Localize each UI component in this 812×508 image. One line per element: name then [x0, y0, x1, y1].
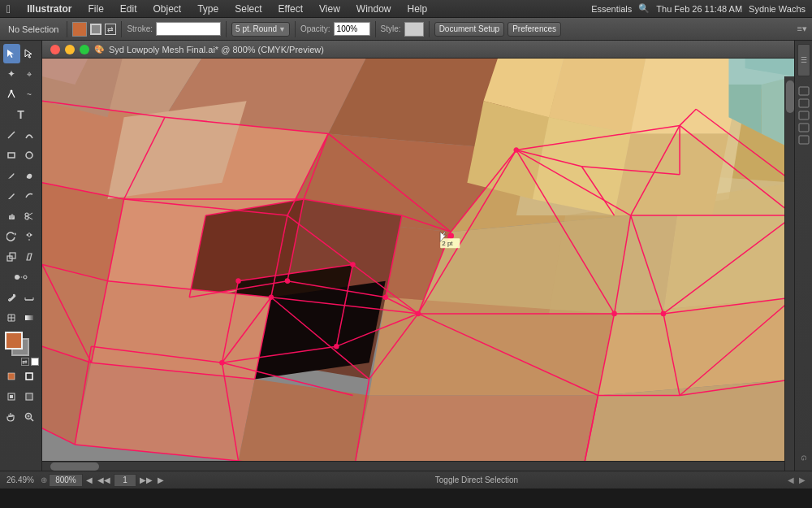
pencil-tool[interactable]: [3, 186, 20, 206]
mesh-tool[interactable]: [3, 308, 20, 328]
blob-brush-tool[interactable]: [21, 166, 38, 185]
arc-tool[interactable]: [21, 125, 38, 145]
help-menu[interactable]: Help: [404, 2, 431, 15]
svg-marker-80: [615, 133, 729, 215]
eraser-tools: [3, 206, 39, 226]
canvas-area: 🎨 Syd Lowpoly Mesh Final.ai* @ 800% (CMY…: [42, 41, 794, 471]
essentials-dropdown[interactable]: Essentials: [591, 4, 632, 14]
canvas-content[interactable]: 2 pt: [42, 59, 794, 471]
status-right-arrow-left[interactable]: ◀: [788, 475, 794, 484]
hand-tool[interactable]: [3, 407, 20, 427]
panels-collapse-btn[interactable]: ☰: [797, 44, 810, 76]
svg-point-0: [11, 90, 13, 93]
eyedropper-tools: [3, 288, 39, 307]
color-swatches-area: ⇄: [3, 332, 39, 366]
svg-marker-10: [15, 232, 16, 236]
toolbar-divider-3: [226, 21, 227, 37]
window-minimize-btn[interactable]: [65, 45, 75, 54]
scissors-tool[interactable]: [21, 206, 38, 226]
zoom-view-tool[interactable]: [21, 407, 38, 427]
svg-point-6: [25, 213, 28, 216]
rotate-tool[interactable]: [3, 227, 20, 246]
nav-next-btn[interactable]: ▶: [156, 475, 166, 484]
select-menu[interactable]: Select: [231, 2, 265, 15]
reflect-tool[interactable]: [21, 227, 38, 246]
ellipse-tool[interactable]: [21, 145, 38, 165]
fill-mode-btn[interactable]: [3, 367, 20, 386]
vertical-scrollbar[interactable]: [784, 76, 794, 471]
view-menu[interactable]: View: [316, 2, 343, 15]
horizontal-scrollbar[interactable]: [42, 461, 784, 471]
magic-wand-tool[interactable]: ✦: [3, 64, 20, 84]
line-tool[interactable]: [3, 125, 20, 145]
horizontal-scrollbar-thumb[interactable]: [50, 462, 99, 471]
default-colors-btn[interactable]: [31, 358, 39, 366]
blend-tool[interactable]: [3, 267, 39, 287]
style-swatch[interactable]: [404, 22, 424, 37]
window-close-btn[interactable]: [50, 45, 60, 54]
document-setup-button[interactable]: Document Setup: [434, 22, 505, 37]
fill-swatch[interactable]: [72, 22, 87, 37]
svg-marker-16: [27, 254, 32, 260]
nav-prev-btn[interactable]: ◀: [84, 475, 94, 484]
stroke-dropdown-icon[interactable]: ▼: [279, 25, 286, 33]
normal-draw-mode[interactable]: [3, 387, 20, 406]
stroke-swap-icon: ⇄: [107, 25, 114, 33]
document-title: Syd Lowpoly Mesh Final.ai* @ 800% (CMYK/…: [109, 45, 324, 54]
right-panel-icons: [797, 83, 810, 148]
preferences-button[interactable]: Preferences: [508, 22, 561, 37]
svg-point-18: [24, 276, 27, 279]
effect-menu[interactable]: Effect: [275, 2, 306, 15]
stroke-size-group[interactable]: 5 pt. Round ▼: [231, 22, 290, 37]
pen-tool[interactable]: [3, 85, 20, 104]
left-toolbox: ✦ ⌖ ~ T: [0, 41, 42, 471]
selection-tool[interactable]: [3, 44, 20, 63]
menu-user: Sydnie Wachs: [749, 4, 806, 14]
status-right-arrow-right[interactable]: ▶: [799, 475, 806, 484]
direct-selection-tool[interactable]: [21, 44, 38, 63]
lasso-tool[interactable]: ⌖: [21, 64, 38, 84]
shear-tool[interactable]: [21, 247, 38, 267]
rect-tool[interactable]: [3, 145, 20, 165]
no-selection-label: No Selection: [5, 20, 62, 38]
toolbar-divider-1: [67, 21, 67, 37]
curvature-tool[interactable]: ~: [21, 85, 38, 104]
artboard-number-input[interactable]: [114, 474, 136, 487]
window-maximize-btn[interactable]: [80, 45, 89, 54]
nav-first-btn[interactable]: ◀◀: [96, 475, 112, 484]
measure-tool[interactable]: [21, 288, 38, 307]
paintbrush-tool[interactable]: [3, 166, 20, 185]
behind-draw-mode[interactable]: [21, 387, 38, 406]
edit-menu[interactable]: Edit: [117, 2, 140, 15]
right-panel-collapse[interactable]: G: [800, 455, 808, 461]
document-tab: 🎨 Syd Lowpoly Mesh Final.ai* @ 800% (CMY…: [42, 41, 794, 59]
gradient-tool[interactable]: [21, 308, 38, 328]
smooth-tool[interactable]: [21, 186, 38, 206]
svg-line-1: [8, 132, 15, 138]
eyedropper-tool[interactable]: [3, 288, 20, 307]
arrange-panels-btn[interactable]: ≡▾: [797, 24, 807, 34]
stroke-value-input[interactable]: [156, 22, 221, 36]
scale-tool[interactable]: [3, 247, 20, 267]
type-menu[interactable]: Type: [194, 2, 222, 15]
svg-point-3: [26, 152, 32, 158]
stroke-swatch[interactable]: [90, 24, 102, 35]
nav-last-btn[interactable]: ▶▶: [138, 475, 154, 484]
object-menu[interactable]: Object: [150, 2, 185, 15]
file-menu[interactable]: File: [84, 2, 106, 15]
window-menu[interactable]: Window: [353, 2, 395, 15]
brush-tools: [3, 166, 39, 185]
vertical-scrollbar-thumb[interactable]: [786, 80, 794, 113]
swap-colors-btn[interactable]: ⇄: [21, 358, 29, 366]
opacity-label: Opacity:: [300, 24, 330, 33]
stroke-mode-btn[interactable]: [21, 367, 38, 386]
type-tool[interactable]: T: [3, 105, 39, 124]
svg-line-32: [31, 419, 33, 421]
foreground-color-swatch[interactable]: [5, 332, 23, 350]
opacity-input[interactable]: [334, 22, 370, 36]
search-icon[interactable]: 🔍: [638, 3, 650, 14]
stroke-none-btn[interactable]: ⇄: [105, 24, 116, 35]
eraser-tool[interactable]: [3, 206, 20, 226]
app-name-menu[interactable]: Illustrator: [24, 2, 75, 15]
zoom-level-input[interactable]: [49, 474, 83, 487]
